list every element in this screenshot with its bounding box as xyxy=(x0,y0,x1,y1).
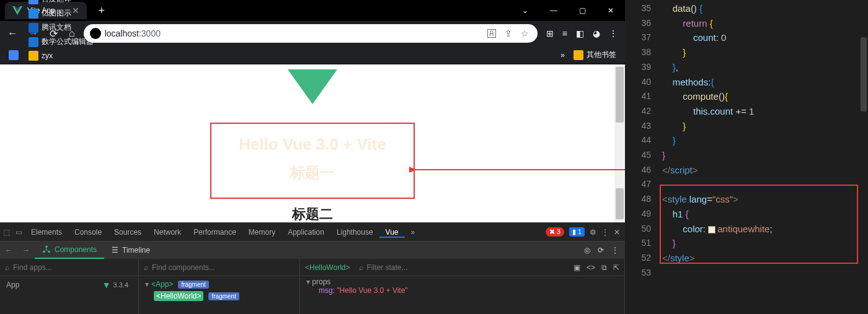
error-count: ✖ 3 xyxy=(546,227,564,237)
devtools-tab-sources[interactable]: Sources xyxy=(108,228,148,237)
scrollbar-thumb[interactable] xyxy=(616,188,624,219)
vue-forward[interactable]: → xyxy=(17,246,35,255)
page-subtitle-2: 标题二 xyxy=(0,205,625,222)
menu-icon[interactable]: ⋮ xyxy=(609,28,618,38)
page-h1: Hello Vue 3.0 + Vite xyxy=(216,135,409,154)
components-icon xyxy=(42,245,51,254)
window-minimize[interactable]: — xyxy=(539,0,568,21)
tab-components[interactable]: Components xyxy=(35,242,104,259)
tree-app[interactable]: ▾<App> fragment xyxy=(143,279,296,290)
back-button[interactable]: ← xyxy=(5,25,20,41)
bookmark-item[interactable]: 数学公式编辑器 xyxy=(25,35,97,49)
app-root-item[interactable]: App ▼3.3.4 xyxy=(4,279,135,291)
sidepanel-icon[interactable]: ◧ xyxy=(576,28,584,38)
bookmarks-bar: 百度翻译亿图图示腾讯文档数学公式编辑器zyxTechnologySchoolFa… xyxy=(0,46,625,64)
vue-favicon xyxy=(12,6,22,15)
vue-back[interactable]: ← xyxy=(0,246,17,255)
target-icon[interactable]: ◎ xyxy=(584,246,590,255)
screenshot-icon[interactable]: ▣ xyxy=(574,263,580,272)
editor-scrollbar[interactable] xyxy=(859,0,868,314)
vue-menu-icon[interactable]: ⋮ xyxy=(611,246,619,255)
breadcrumb: <HelloWorld> xyxy=(305,263,350,272)
chevron-down-icon[interactable]: ⌄ xyxy=(511,0,539,21)
translate-icon[interactable]: 🄰 xyxy=(487,28,496,38)
find-components-input[interactable] xyxy=(152,263,294,272)
share-icon[interactable]: ⇪ xyxy=(505,28,512,38)
gear-icon[interactable]: ⚙ xyxy=(590,228,596,237)
devtools-tab-lighthouse[interactable]: Lighthouse xyxy=(330,228,379,237)
code-editor[interactable]: 35363738394041424344454647484950515253 d… xyxy=(625,0,868,314)
devtools-close-icon[interactable]: ✕ xyxy=(614,228,620,237)
devtools-tab-performance[interactable]: Performance xyxy=(187,228,242,237)
copy-icon[interactable]: ⧉ xyxy=(601,263,607,272)
vue-devtools-nav: ← → Components ☰ Timeline ◎ ⟳ ⋮ xyxy=(0,242,625,259)
vue-logo-icon: ▼ xyxy=(102,280,111,290)
search-icon: ⌕ xyxy=(359,263,363,272)
devtools-tab-vue[interactable]: Vue xyxy=(379,228,405,238)
code-icon[interactable]: <> xyxy=(587,263,595,272)
filter-state-input[interactable] xyxy=(367,263,570,272)
bookmark-icon xyxy=(29,51,38,61)
search-icon: ⌕ xyxy=(5,263,9,272)
devtools-tab-elements[interactable]: Elements xyxy=(25,228,68,237)
extensions-icon[interactable]: ⊞ xyxy=(546,28,554,38)
annotation-box xyxy=(660,185,858,264)
scrollbar-up[interactable] xyxy=(616,67,624,123)
window-maximize[interactable]: ▢ xyxy=(568,0,596,21)
refresh-icon[interactable]: ⟳ xyxy=(598,246,604,255)
svg-point-1 xyxy=(45,246,48,248)
window-close[interactable]: ✕ xyxy=(596,0,625,21)
url-host: localhost xyxy=(105,28,139,38)
fragment-badge: fragment xyxy=(178,281,208,289)
props-section[interactable]: ▾ props xyxy=(306,277,618,286)
devtools-menu-icon[interactable]: ⋮ xyxy=(601,228,609,237)
reading-list-icon[interactable]: ≡ xyxy=(562,28,567,38)
find-apps-input[interactable] xyxy=(13,263,133,272)
bookmark-icon xyxy=(9,50,19,60)
bookmark-item[interactable] xyxy=(5,48,22,62)
scrollbar[interactable] xyxy=(614,64,625,222)
bookmark-item[interactable]: zyx xyxy=(25,49,97,63)
prop-row[interactable]: msg: "Hello Vue 3.0 + Vite" xyxy=(306,286,618,295)
bookmark-icon xyxy=(29,0,38,4)
info-count: ▮ 1 xyxy=(569,227,585,237)
star-icon[interactable]: ☆ xyxy=(521,28,529,38)
devtools-tab-network[interactable]: Network xyxy=(148,228,187,237)
highlighted-region: Hello Vue 3.0 + Vite 标题一 xyxy=(210,123,415,199)
bookmarks-overflow[interactable]: » xyxy=(560,51,565,59)
devtools-overflow[interactable]: » xyxy=(405,223,422,242)
inspect-icon[interactable]: ⬚ xyxy=(0,228,12,237)
bookmark-icon xyxy=(29,37,38,47)
timeline-icon: ☰ xyxy=(112,246,118,255)
window-controls: ⌄ — ▢ ✕ xyxy=(511,0,625,21)
popout-icon[interactable]: ⇱ xyxy=(613,263,619,272)
address-bar[interactable]: localhost:3000 🄰 ⇪ ☆ xyxy=(84,24,538,43)
folder-icon xyxy=(574,50,583,60)
bookmark-item[interactable]: 亿图图示 xyxy=(25,6,97,20)
profile-icon[interactable]: ◕ xyxy=(593,28,600,38)
tree-helloworld[interactable]: <HelloWorld> fragment xyxy=(151,290,296,302)
line-gutter: 35363738394041424344454647484950515253 xyxy=(625,1,657,280)
page-viewport: Hello Vue 3.0 + Vite 标题一 标题二 xyxy=(0,64,625,222)
devtools-tabs: ⬚ ▭ ElementsConsoleSourcesNetworkPerform… xyxy=(0,223,625,242)
search-icon: ⌕ xyxy=(144,263,148,272)
devtools-panel: ⬚ ▭ ElementsConsoleSourcesNetworkPerform… xyxy=(0,222,625,314)
bookmark-item[interactable]: 腾讯文档 xyxy=(25,20,97,35)
fragment-badge: fragment xyxy=(208,292,239,300)
bookmark-item[interactable]: 百度翻译 xyxy=(25,0,97,6)
devtools-tab-application[interactable]: Application xyxy=(281,228,330,237)
tab-timeline[interactable]: ☰ Timeline xyxy=(104,246,157,255)
bookmark-icon xyxy=(29,9,38,19)
devtools-tab-memory[interactable]: Memory xyxy=(242,228,281,237)
devtools-tab-console[interactable]: Console xyxy=(68,228,108,237)
other-bookmarks[interactable]: 其他书签 xyxy=(570,48,620,62)
vue-logo xyxy=(288,69,337,104)
page-subtitle-1: 标题一 xyxy=(216,163,409,183)
device-icon[interactable]: ▭ xyxy=(12,228,25,237)
scrollbar-thumb[interactable] xyxy=(861,37,867,111)
url-port: :3000 xyxy=(139,28,161,38)
bookmark-icon xyxy=(29,23,38,33)
